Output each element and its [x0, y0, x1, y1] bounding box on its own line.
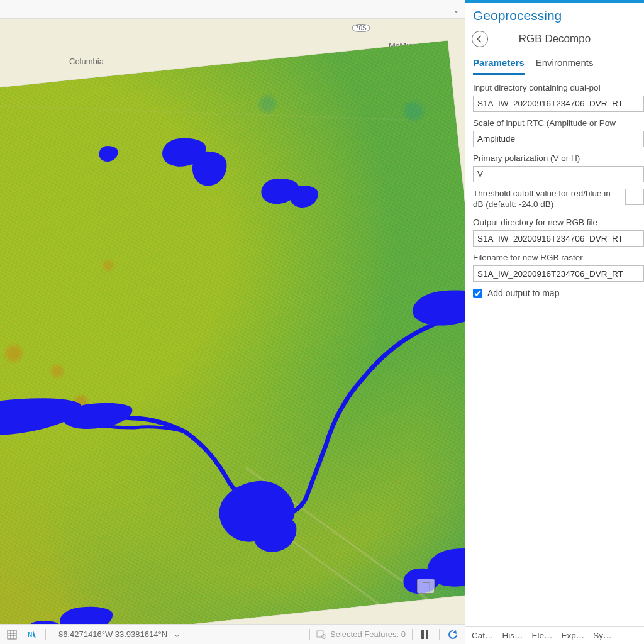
param-input-input-dir[interactable] [473, 96, 644, 112]
tab-parameters[interactable]: Parameters [473, 53, 525, 75]
pause-icon[interactable] [419, 628, 433, 641]
panel-title: Geoprocessing [465, 3, 644, 27]
param-label-scale: Scale of input RTC (Amplitude or Pow [473, 118, 644, 129]
map-top-bar: ⌄ [0, 0, 465, 19]
tab-catalog[interactable]: Cat… [472, 631, 494, 640]
coordinates-readout: 86.4271416°W 33.9381614°N [58, 630, 167, 639]
tab-elements[interactable]: Ele… [532, 631, 553, 640]
north-arrow-icon[interactable]: N [25, 628, 39, 641]
panel-tabs: Parameters Environments [465, 53, 644, 75]
tab-symbology[interactable]: Sy… [593, 631, 611, 640]
param-add-to-map[interactable]: Add output to map [473, 288, 644, 298]
map-statusbar: N 86.4271416°W 33.9381614°N ⌄ Selected F… [0, 624, 465, 644]
checkbox-add-to-map[interactable] [473, 289, 482, 298]
parameters-form: Input directory containing dual-pol Scal… [465, 75, 644, 626]
svg-rect-6 [317, 631, 323, 637]
param-label-output-dir: Output directory for new RGB file [473, 218, 644, 228]
param-input-output-dir[interactable] [473, 230, 644, 247]
tool-title: RGB Decompo [465, 33, 644, 45]
param-label-add-to-map: Add output to map [487, 288, 559, 298]
param-label-input-dir: Input directory containing dual-pol [473, 83, 644, 94]
table-icon[interactable] [5, 628, 19, 641]
map-panel: ⌄ Columbia McMinnville Gadsden 70S [0, 0, 465, 644]
tab-export[interactable]: Exp… [562, 631, 585, 640]
sar-rgb-overlay [0, 41, 465, 624]
param-input-scale[interactable] [473, 131, 644, 147]
chevron-down-icon[interactable]: ⌄ [174, 630, 180, 639]
refresh-icon[interactable] [446, 628, 460, 641]
svg-point-7 [322, 634, 326, 638]
bookmark-icon[interactable] [417, 579, 435, 594]
tab-environments[interactable]: Environments [536, 53, 594, 75]
route-badge: 70S [352, 24, 370, 32]
city-label-columbia: Columbia [69, 57, 104, 66]
svg-text:N: N [28, 631, 32, 638]
svg-rect-0 [8, 630, 16, 639]
chevron-down-icon[interactable]: ⌄ [453, 5, 460, 14]
param-input-threshold[interactable] [625, 189, 644, 205]
bottom-dock-tabs: Cat… His… Ele… Exp… Sy… [465, 626, 644, 644]
map-view[interactable]: Columbia McMinnville Gadsden 70S [0, 19, 465, 624]
geoprocessing-panel: Geoprocessing RGB Decompo Parameters Env… [465, 0, 644, 644]
param-input-filename[interactable] [473, 265, 644, 282]
selected-features-readout: Selected Features: 0 [316, 630, 406, 639]
param-label-filename: Filename for new RGB raster [473, 253, 644, 264]
param-label-threshold: Threshold cutoff value for red/blue in d… [473, 189, 619, 210]
back-button[interactable] [472, 31, 488, 47]
tab-history[interactable]: His… [502, 631, 523, 640]
param-label-polarization: Primary polarization (V or H) [473, 153, 644, 164]
param-input-polarization[interactable] [473, 166, 644, 182]
